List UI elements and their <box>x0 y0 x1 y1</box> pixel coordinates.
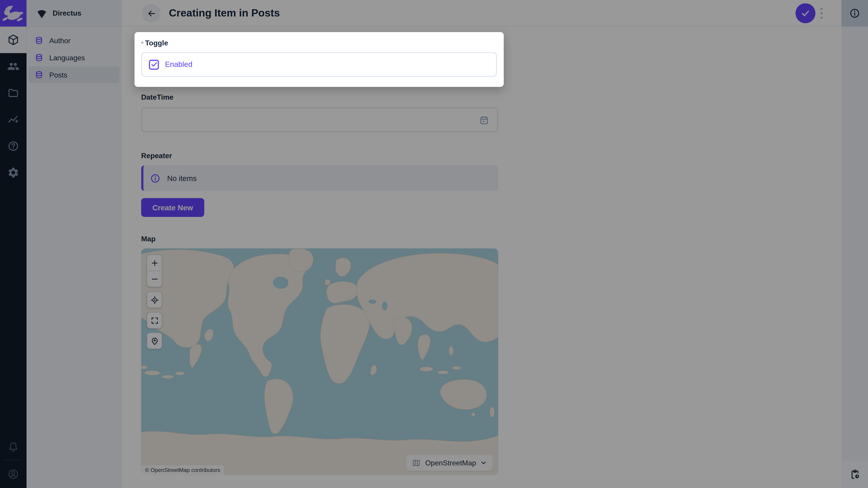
toggle-field-label: Toggle <box>145 38 168 47</box>
directus-app: Directus Author Languages <box>0 0 868 488</box>
toggle-checkbox-label: Enabled <box>165 60 192 69</box>
toggle-checkbox[interactable] <box>149 59 159 69</box>
field-edited-dot <box>141 41 143 44</box>
toggle-input[interactable]: Enabled <box>141 52 497 77</box>
toggle-field-spotlight: Toggle Enabled <box>134 32 504 87</box>
checkmark-icon <box>150 61 158 68</box>
toggle-field-header: Toggle <box>141 38 497 47</box>
